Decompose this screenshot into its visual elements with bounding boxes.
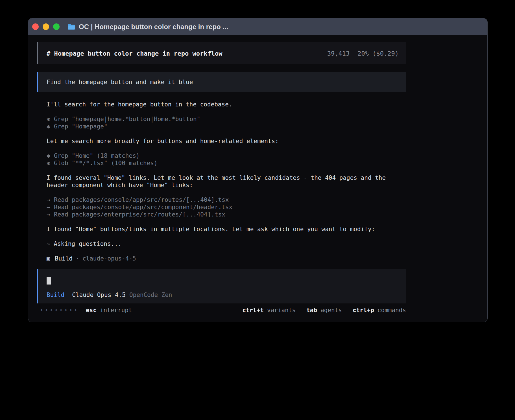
close-button[interactable] [32,23,39,30]
terminal-window: OC | Homepage button color change in rep… [28,18,488,322]
shortcut-key: tab [306,307,317,314]
spinner-dots-icon: •••••••• [40,307,79,313]
tool-call-group: ✱ Grep "Home" (18 matches) ✱ Glob "**/*.… [47,152,406,167]
agent-badge: ▣ Build · claude-opus-4-5 [47,255,406,262]
agent-mode-badge[interactable]: Build [47,292,64,298]
shortcut-variants: ctrl+t variants [242,307,296,314]
shortcut-agents: tab agents [306,307,342,314]
window-title: OC | Homepage button color change in rep… [79,23,228,31]
model-name[interactable]: Claude Opus 4.5 [72,292,126,298]
transcript: I'll search for the homepage button in t… [47,101,406,262]
text-cursor [47,277,51,285]
agent-model: claude-opus-4-5 [82,255,136,262]
tool-call-text: Read packages/console/app/src/component/… [54,204,232,211]
shortcut-label: variants [267,307,296,314]
token-count: 39,413 [327,50,350,57]
tool-call-read[interactable]: → Read packages/console/app/src/routes/[… [47,196,406,204]
agent-separator-dot: · [76,255,79,262]
asking-questions-status: ~ Asking questions... [47,240,398,248]
tool-call-text: Read packages/console/app/src/routes/[..… [54,196,229,204]
tool-call-text: Read packages/enterprise/src/routes/[...… [54,211,225,218]
user-message-text: Find the homepage button and make it blu… [47,79,193,86]
tool-asterisk-icon: ✱ [47,159,54,167]
tool-call-grep[interactable]: ✱ Grep "Homepage" [47,123,406,130]
tool-call-text: Glob "**/*.tsx" (100 matches) [54,159,158,167]
shortcut-key: ctrl+p [353,307,374,314]
tool-call-glob[interactable]: ✱ Glob "**/*.tsx" (100 matches) [47,159,406,167]
esc-key-hint: esc [86,307,97,314]
agent-build-icon: ▣ [47,255,50,262]
tool-asterisk-icon: ✱ [47,152,54,159]
tool-call-grep[interactable]: ✱ Grep "Home" (18 matches) [47,152,406,159]
window-titlebar[interactable]: OC | Homepage button color change in rep… [28,18,487,35]
shortcut-key: ctrl+t [242,307,264,314]
model-provider: OpenCode Zen [129,292,172,298]
shortcut-commands: ctrl+p commands [353,307,406,314]
prompt-input[interactable]: Build Claude Opus 4.5 OpenCode Zen [37,269,406,303]
tool-call-read[interactable]: → Read packages/console/app/src/componen… [47,204,406,211]
assistant-message: I found several "Home" links. Let me loo… [47,174,398,189]
model-status-line: Build Claude Opus 4.5 OpenCode Zen [47,292,406,298]
tool-call-text: Grep "Homepage" [54,123,108,130]
terminal-body: # Homepage button color change in repo w… [28,35,487,314]
user-message: Find the homepage button and make it blu… [37,72,406,92]
tool-asterisk-icon: ✱ [47,123,54,130]
tool-call-read[interactable]: → Read packages/enterprise/src/routes/[.… [47,211,406,218]
arrow-right-icon: → [47,196,54,204]
shortcut-label: commands [377,307,406,314]
tool-call-text: Grep "Home" (18 matches) [54,152,139,159]
context-cost: 20% ($0.29) [357,50,399,57]
agent-name: Build [55,255,73,262]
status-bar-right: ctrl+t variants tab agents ctrl+p comman… [242,307,406,314]
shortcut-label: agents [320,307,342,314]
tool-call-group: ✱ Grep "homepage|home.*button|Home.*butt… [47,115,406,130]
arrow-right-icon: → [47,211,54,218]
zoom-button[interactable] [53,23,60,30]
assistant-message: Let me search more broadly for buttons a… [47,137,398,145]
status-bar: •••••••• esc interrupt ctrl+t variants t… [37,307,406,314]
assistant-message: I found "Home" buttons/links in multiple… [47,226,398,233]
session-title: # Homepage button color change in repo w… [47,50,222,57]
minimize-button[interactable] [43,23,49,30]
folder-icon [67,23,75,30]
assistant-message: I'll search for the homepage button in t… [47,101,398,108]
tool-call-grep[interactable]: ✱ Grep "homepage|home.*button|Home.*butt… [47,115,406,123]
session-stats: 39,413 20% ($0.29) [327,50,399,57]
tool-asterisk-icon: ✱ [47,115,54,123]
arrow-right-icon: → [47,204,54,211]
session-header: # Homepage button color change in repo w… [37,42,406,64]
traffic-lights [32,23,60,30]
status-bar-left: •••••••• esc interrupt [40,307,132,314]
tool-call-group: → Read packages/console/app/src/routes/[… [47,196,406,218]
tool-call-text: Grep "homepage|home.*button|Home.*button… [54,115,200,123]
esc-key-label: interrupt [100,307,132,314]
